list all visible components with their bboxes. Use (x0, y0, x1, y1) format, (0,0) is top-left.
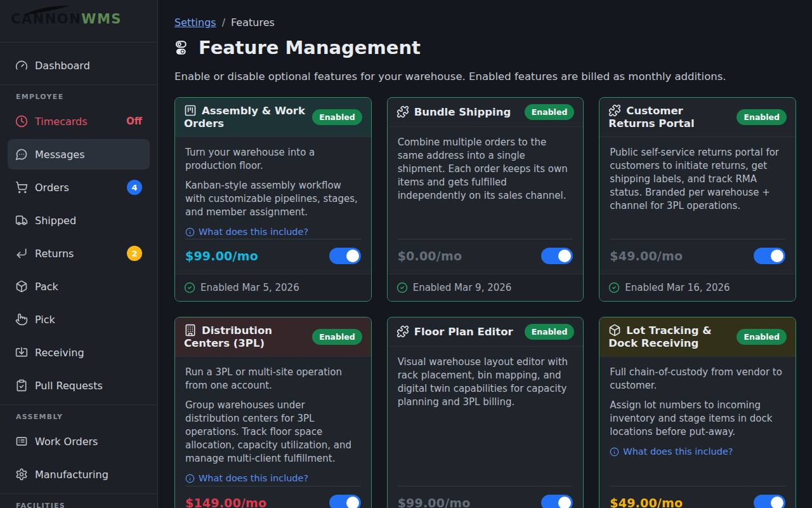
price-row: $49.00/mo (599, 486, 796, 508)
card-description: Kanban-style assembly workflow with cust… (185, 179, 361, 219)
price-label: $149.00/mo (185, 496, 266, 508)
card-description: Full chain-of-custody from vendor to cus… (610, 366, 785, 392)
card-title-text: Customer Returns Portal (608, 105, 694, 130)
gear-icon (15, 468, 28, 481)
clipboard-check-icon (15, 379, 28, 392)
card-description: Combine multiple orders to the same addr… (398, 136, 573, 203)
card-title-text: Lot Tracking & Dock Receiving (608, 324, 711, 349)
card-title-text: Floor Plan Editor (414, 326, 513, 338)
feature-toggle[interactable] (754, 495, 785, 508)
what-does-this-include-link[interactable]: What does this include? (185, 225, 308, 239)
sidebar-item-messages[interactable]: Messages (8, 139, 150, 170)
sidebar-item-shipped[interactable]: Shipped (8, 205, 150, 236)
gauge-icon (15, 59, 28, 72)
return-arrow-icon (15, 247, 28, 260)
sidebar-item-receiving[interactable]: Receiving (8, 337, 150, 368)
sidebar-item-dashboard[interactable]: Dashboard (8, 50, 150, 81)
sidebar-section-employee: EMPLOYEE (16, 93, 157, 101)
card-title: Customer Returns Portal (608, 104, 730, 130)
brand-logo: CANNONWMS (0, 0, 157, 38)
sidebar-item-label: Shipped (35, 215, 76, 227)
feature-toggle[interactable] (754, 248, 785, 264)
page-subtitle: Enable or disable optional features for … (174, 70, 796, 83)
card-header: Lot Tracking & Dock Receiving Enabled (599, 318, 796, 357)
card-body: Public self-service returns portal for c… (599, 137, 796, 239)
sidebar-section-facilities: FACILITIES (16, 502, 157, 508)
card-title-text: Bundle Shipping (414, 106, 511, 118)
puzzle-icon (396, 105, 409, 118)
sidebar-item-returns[interactable]: Returns 2 (8, 238, 150, 269)
sidebar-item-label: Returns (35, 248, 74, 260)
enabled-badge: Enabled (737, 109, 787, 125)
card-header: Distribution Centers (3PL) Enabled (175, 318, 371, 357)
price-label: $99.00/mo (398, 496, 471, 508)
feature-toggle[interactable] (329, 495, 361, 508)
what-does-this-include-link[interactable]: What does this include? (185, 472, 308, 485)
feature-card-customer-returns-portal: Customer Returns Portal Enabled Public s… (599, 97, 796, 302)
brand-name-secondary: WMS (81, 11, 122, 27)
feature-toggle[interactable] (541, 248, 573, 264)
price-row: $49.00/mo (599, 239, 796, 274)
sidebar-item-pull-requests[interactable]: Pull Requests (8, 370, 150, 401)
building-icon (184, 324, 197, 337)
sidebar-item-timecards[interactable]: Timecards Off (8, 106, 150, 137)
sidebar-item-label: Timecards (35, 116, 88, 128)
card-body: Full chain-of-custody from vendor to cus… (599, 357, 796, 486)
enabled-date: Enabled Mar 9, 2026 (413, 282, 512, 293)
clock-icon (15, 115, 28, 128)
card-footer: Enabled Mar 9, 2026 (388, 274, 584, 301)
feature-toggle[interactable] (329, 248, 361, 264)
shopping-cart-icon (15, 181, 28, 194)
sidebar-item-label: Work Orders (35, 436, 98, 448)
toggle-knob (346, 250, 359, 262)
sidebar-item-pick[interactable]: Pick (8, 304, 150, 335)
feature-toggle[interactable] (541, 495, 573, 508)
sidebar-nav: Dashboard EMPLOYEE Timecards Off Message… (0, 43, 157, 508)
sidebar-item-label: Orders (35, 182, 69, 194)
sidebar-item-work-orders[interactable]: Work Orders (8, 426, 150, 457)
enabled-badge: Enabled (525, 104, 575, 120)
card-footer: Enabled Mar 5, 2026 (175, 274, 371, 301)
price-row: $99.00/mo (175, 239, 371, 274)
card-body: Run a 3PL or multi-site operation from o… (175, 357, 371, 486)
card-description: Public self-service returns portal for c… (610, 146, 785, 213)
card-title-text: Distribution Centers (3PL) (184, 324, 272, 349)
sidebar-item-manufacturing[interactable]: Manufacturing (8, 459, 150, 490)
enabled-badge: Enabled (312, 329, 362, 345)
main-content: Settings / Features Feature Management E… (158, 0, 812, 508)
price-label: $49.00/mo (610, 249, 683, 263)
breadcrumb-separator: / (222, 17, 225, 29)
puzzle-icon (396, 325, 409, 338)
what-does-this-include-link[interactable]: What does this include? (610, 445, 733, 458)
truck-icon (15, 214, 28, 227)
orders-count-badge: 4 (127, 180, 142, 195)
sidebar-section-assembly: ASSEMBLY (16, 413, 157, 421)
card-description: Run a 3PL or multi-site operation from o… (185, 366, 361, 392)
hand-pointer-icon (15, 313, 28, 326)
info-icon (185, 474, 195, 483)
check-circle-icon (184, 282, 195, 293)
card-header: Floor Plan Editor Enabled (388, 318, 584, 347)
card-title: Lot Tracking & Dock Receiving (608, 324, 730, 350)
card-title: Distribution Centers (3PL) (184, 324, 306, 350)
card-footer: Enabled Mar 16, 2026 (599, 274, 796, 301)
divider (0, 493, 157, 494)
sidebar-item-pack[interactable]: Pack (8, 271, 150, 302)
work-order-card-icon (15, 435, 28, 448)
sidebar-item-orders[interactable]: Orders 4 (8, 172, 150, 203)
price-label: $99.00/mo (185, 249, 258, 263)
feature-grid: Assembly & Work Orders Enabled Turn your… (174, 97, 796, 508)
timecards-off-badge: Off (126, 116, 142, 127)
card-body: Visual warehouse layout editor with rack… (388, 347, 584, 486)
card-description: Visual warehouse layout editor with rack… (398, 356, 573, 409)
sidebar-item-label: Messages (35, 149, 84, 161)
breadcrumb-settings-link[interactable]: Settings (174, 17, 216, 29)
card-header: Customer Returns Portal Enabled (599, 98, 796, 137)
breadcrumb: Settings / Features (174, 17, 796, 29)
cannon-swoosh-icon (22, 4, 72, 17)
card-header: Bundle Shipping Enabled (388, 98, 584, 127)
price-row: $149.00/mo (175, 486, 371, 508)
kanban-icon (184, 104, 197, 117)
enabled-date: Enabled Mar 5, 2026 (200, 282, 299, 293)
toggles-icon (174, 39, 192, 57)
